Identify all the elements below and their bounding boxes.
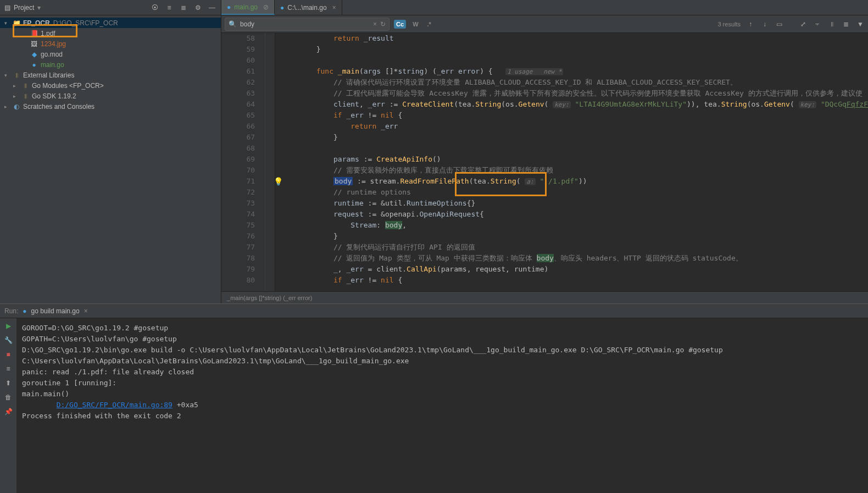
new-window-icon[interactable]: ⤢ — [799, 20, 808, 29]
code-line[interactable]: // 工程代码泄露可能会导致 AccessKey 泄露，并威胁账号下所有资源的安… — [282, 88, 868, 99]
code-line[interactable]: _, _err = client.CallApi(params, request… — [282, 264, 868, 275]
clear-icon[interactable]: × — [373, 20, 377, 28]
tree-scratches[interactable]: ▸◐Scratches and Consoles — [0, 101, 221, 112]
project-path: D:\GO_SRC\FP_OCR — [53, 19, 118, 27]
search-field[interactable]: 🔍 × ↻ — [225, 18, 390, 31]
fold-column[interactable] — [265, 33, 275, 291]
pin-icon[interactable]: 📌 — [4, 407, 13, 416]
modules-icon: ⫴ — [21, 82, 30, 90]
collapse-all-icon[interactable]: ≣ — [179, 3, 188, 12]
editor-tabs: ● main.go ⊘ ● C:\...\main.go × — [221, 0, 868, 15]
tree-item-jpg[interactable]: 🖼1234.jpg — [0, 38, 221, 49]
find-bar: 🔍 × ↻ Cc W .* 3 results ↑ ↓ ▭ ⤢ ⫟ ⫴ ≣ ▼ — [221, 15, 868, 33]
code-editor[interactable]: 5859606162636465666768697071727374757677… — [221, 33, 868, 291]
code-line[interactable]: Stream: body, — [282, 220, 868, 231]
code-line[interactable]: // 请确保代码运行环境设置了环境变量 ALIBABA_CLOUD_ACCESS… — [282, 77, 868, 88]
close-tab-icon[interactable]: × — [84, 307, 88, 315]
run-config-label: go build main.go — [31, 307, 80, 315]
code-line[interactable]: request := &openapi.OpenApiRequest{ — [282, 209, 868, 220]
code-line[interactable]: // 返回值为 Map 类型，可从 Map 中获得三类数据：响应体 body、响… — [282, 253, 868, 264]
add-selection-icon[interactable]: ⫟ — [813, 20, 822, 29]
stop-icon[interactable]: ■ — [4, 350, 13, 359]
history-icon[interactable]: ↻ — [380, 20, 386, 28]
console-line: GOROOT=D:\GO_SRC\go1.19.2 #gosetup — [22, 323, 863, 334]
close-icon[interactable]: ⊘ — [263, 3, 269, 11]
line-gutter: 5859606162636465666768697071727374757677… — [221, 33, 265, 291]
tree-item-gomod[interactable]: ◆go.mod — [0, 49, 221, 59]
project-tree[interactable]: ▾📁 FP_OCR D:\GO_SRC\FP_OCR 📕1.pdf 🖼1234.… — [0, 15, 221, 303]
tree-item-pdf[interactable]: 📕1.pdf — [0, 28, 221, 38]
go-icon: ● — [30, 61, 38, 69]
select-all-occ-icon[interactable]: ⫴ — [827, 20, 836, 29]
match-case-toggle[interactable]: Cc — [394, 20, 406, 29]
scratch-icon: ◐ — [12, 103, 21, 110]
code-line[interactable]: return _result — [282, 33, 868, 44]
code-line[interactable]: // 需要安装额外的依赖库，直接点击下载完整工程即可看到所有依赖 — [282, 165, 868, 176]
expand-all-icon[interactable]: ≡ — [165, 3, 174, 12]
code-line[interactable]: body := stream.ReadFromFilePath(tea.Stri… — [282, 176, 868, 187]
project-sidebar: ▤ Project ▾ ⦿ ≡ ≣ ⚙ — ▾📁 FP_OCR D:\GO_SR… — [0, 0, 221, 303]
select-all-icon[interactable]: ▭ — [775, 20, 783, 29]
tree-external-libs[interactable]: ▾⫴External Libraries — [0, 70, 221, 80]
prev-match-icon[interactable]: ↑ — [746, 20, 755, 29]
code-line[interactable]: if _err != nil { — [282, 110, 868, 121]
words-toggle[interactable]: W — [410, 20, 420, 29]
mod-icon: ◆ — [30, 51, 38, 58]
tree-go-modules[interactable]: ▸⫴Go Modules <FP_OCR> — [0, 80, 221, 91]
sidebar-header: ▤ Project ▾ ⦿ ≡ ≣ ⚙ — — [0, 0, 221, 15]
tree-item-maingo[interactable]: ●main.go — [0, 59, 221, 70]
rerun-icon[interactable]: ▶ — [4, 322, 13, 330]
console-line: panic: read ./1.pdf: file already closed — [22, 367, 863, 378]
search-input[interactable] — [240, 20, 370, 28]
code-line[interactable]: client, _err := CreateClient(tea.String(… — [282, 99, 868, 110]
close-icon[interactable]: × — [332, 4, 336, 12]
go-file-icon: ● — [280, 4, 284, 12]
chevron-down-icon[interactable]: ▾ — [37, 4, 41, 12]
intention-bulb-icon[interactable]: 💡 — [274, 177, 283, 186]
code-line[interactable]: params := CreateApiInfo() — [282, 154, 868, 165]
trash-icon[interactable]: 🗑 — [4, 393, 13, 402]
console-line: C:\Users\luolvfan\AppData\Local\JetBrain… — [22, 356, 863, 367]
select-opened-icon[interactable]: ⦿ — [151, 3, 159, 12]
code-line[interactable]: } — [282, 132, 868, 143]
wrench-icon[interactable]: 🔧 — [4, 336, 13, 345]
code-line[interactable]: } — [282, 231, 868, 242]
console-line: goroutine 1 [running]: — [22, 378, 863, 389]
hide-icon[interactable]: — — [208, 3, 216, 12]
code-line[interactable]: // runtime options — [282, 187, 868, 198]
code-line[interactable]: return _err — [282, 121, 868, 132]
go-icon: ● — [23, 307, 26, 315]
up-icon[interactable]: ⬆ — [4, 379, 13, 387]
tab-main-go[interactable]: ● main.go ⊘ — [221, 0, 275, 15]
project-name: FP_OCR — [23, 19, 50, 27]
run-toolbar: ▶ 🔧 ■ ≡ ⬆ 🗑 📌 — [0, 318, 16, 493]
layout-icon[interactable]: ≡ — [4, 364, 13, 373]
search-icon: 🔍 — [229, 20, 237, 28]
stack-trace-link[interactable]: D:/GO_SRC/FP_OCR/main.go:89 — [57, 401, 173, 409]
tab-main-go-2[interactable]: ● C:\...\main.go × — [275, 0, 342, 15]
image-icon: 🖼 — [30, 40, 38, 48]
tree-root-row[interactable]: ▾📁 FP_OCR D:\GO_SRC\FP_OCR — [0, 18, 221, 28]
regex-toggle[interactable]: .* — [425, 20, 433, 29]
code-line[interactable]: } — [282, 44, 868, 55]
sidebar-title-label: Project — [14, 4, 34, 12]
run-label: Run: — [4, 307, 18, 315]
console-output[interactable]: GOROOT=D:\GO_SRC\go1.19.2 #gosetupGOPATH… — [16, 318, 868, 493]
filter-icon[interactable]: ▼ — [856, 20, 865, 29]
code-line[interactable] — [282, 55, 868, 66]
code-line[interactable] — [282, 143, 868, 154]
project-icon: ▤ — [4, 4, 10, 12]
breadcrumb-bar[interactable]: _main(args []*string) (_err error) — [221, 291, 868, 303]
next-match-icon[interactable]: ↓ — [760, 20, 769, 29]
code-line[interactable]: if _err != nil { — [282, 275, 868, 286]
results-count: 3 results — [717, 21, 741, 27]
code-line[interactable]: // 复制代码运行请自行打印 API 的返回值 — [282, 242, 868, 253]
breadcrumb-text: _main(args []*string) (_err error) — [227, 295, 312, 301]
code-line[interactable]: runtime := &util.RuntimeOptions{} — [282, 198, 868, 209]
run-panel: Run: ● go build main.go × ▶ 🔧 ■ ≡ ⬆ 🗑 📌 … — [0, 303, 868, 493]
tree-go-sdk[interactable]: ▸⫴Go SDK 1.19.2 — [0, 91, 221, 101]
code-line[interactable]: func _main(args []*string) (_err error) … — [282, 66, 868, 77]
tab-label: C:\...\main.go — [287, 4, 326, 12]
settings-icon[interactable]: ⚙ — [193, 3, 202, 12]
toggle-icon[interactable]: ≣ — [842, 20, 850, 29]
